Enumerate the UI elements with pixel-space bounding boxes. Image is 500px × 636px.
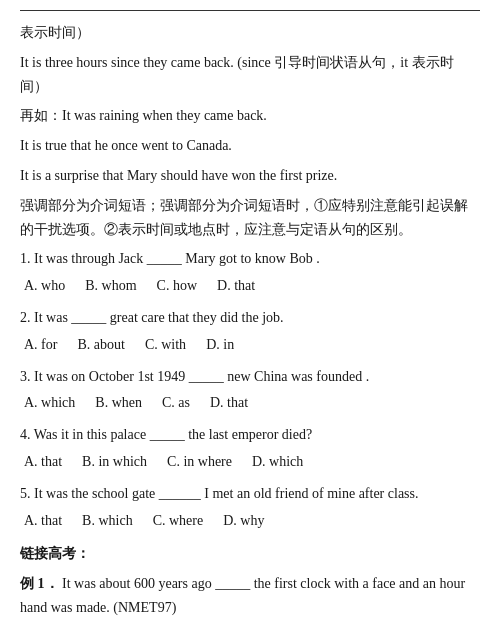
q5-option-b: B. which (82, 509, 133, 533)
paragraph-time-label: 表示时间） (20, 21, 480, 45)
question-2: 2. It was _____ great care that they did… (20, 306, 480, 357)
q1-option-c: C. how (157, 274, 197, 298)
q5-option-d: D. why (223, 509, 264, 533)
q4-option-c: C. in where (167, 450, 232, 474)
q2-option-a: A. for (24, 333, 57, 357)
question-5-text: 5. It was the school gate ______ I met a… (20, 482, 480, 506)
q5-option-a: A. that (24, 509, 62, 533)
top-divider (20, 10, 480, 11)
q2-option-b: B. about (77, 333, 124, 357)
question-5: 5. It was the school gate ______ I met a… (20, 482, 480, 533)
q3-option-a: A. which (24, 391, 75, 415)
q2-option-d: D. in (206, 333, 234, 357)
paragraph-true-example: It is true that he once went to Canada. (20, 134, 480, 158)
q3-option-c: C. as (162, 391, 190, 415)
q4-option-b: B. in which (82, 450, 147, 474)
example-1: 例 1． It was about 600 years ago _____ th… (20, 572, 480, 620)
question-3-text: 3. It was on October 1st 1949 _____ new … (20, 365, 480, 389)
q1-option-b: B. whom (85, 274, 136, 298)
q1-option-a: A. who (24, 274, 65, 298)
q2-option-c: C. with (145, 333, 186, 357)
question-2-options: A. for B. about C. with D. in (20, 333, 480, 357)
question-4-text: 4. Was it in this palace _____ the last … (20, 423, 480, 447)
question-1-text: 1. It was through Jack _____ Mary got to… (20, 247, 480, 271)
example-text: It was about 600 years ago _____ the fir… (20, 576, 465, 615)
question-2-text: 2. It was _____ great care that they did… (20, 306, 480, 330)
question-3-options: A. which B. when C. as D. that (20, 391, 480, 415)
paragraph-note: 强调部分为介词短语；强调部分为介词短语时，①应特别注意能引起误解的干扰选项。②表… (20, 194, 480, 242)
q3-option-d: D. that (210, 391, 248, 415)
question-4-options: A. that B. in which C. in where D. which (20, 450, 480, 474)
example-label: 例 1． (20, 576, 59, 591)
q1-option-d: D. that (217, 274, 255, 298)
question-1-options: A. who B. whom C. how D. that (20, 274, 480, 298)
q3-option-b: B. when (95, 391, 142, 415)
question-1: 1. It was through Jack _____ Mary got to… (20, 247, 480, 298)
q4-option-a: A. that (24, 450, 62, 474)
question-5-options: A. that B. which C. where D. why (20, 509, 480, 533)
question-3: 3. It was on October 1st 1949 _____ new … (20, 365, 480, 416)
paragraph-raining-example: 再如：It was raining when they came back. (20, 104, 480, 128)
paragraph-since-example: It is three hours since they came back. … (20, 51, 480, 99)
paragraph-surprise-example: It is a surprise that Mary should have w… (20, 164, 480, 188)
q5-option-c: C. where (153, 509, 204, 533)
q4-option-d: D. which (252, 450, 303, 474)
link-section-title: 链接高考： (20, 542, 480, 566)
question-4: 4. Was it in this palace _____ the last … (20, 423, 480, 474)
